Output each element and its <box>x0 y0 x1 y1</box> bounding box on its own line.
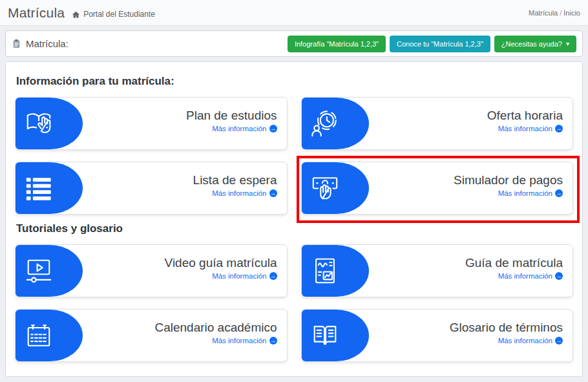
card-calendario-academico[interactable]: Calendario académicoMás información→ <box>15 309 288 362</box>
link-label: Más información <box>498 189 552 197</box>
mas-informacion-link[interactable]: Más información→ <box>212 125 277 133</box>
card-title: Simulador de pagos <box>454 173 563 187</box>
arrow-circle-icon: → <box>555 272 563 280</box>
card-body: Calendario académicoMás información→ <box>83 310 287 361</box>
arrow-circle-icon: → <box>269 272 277 280</box>
card-title: Video guía matrícula <box>165 256 277 270</box>
card-oferta-horaria[interactable]: Oferta horariaMás información→ <box>301 97 574 150</box>
card-guia-de-matricula[interactable]: Guía de matrículaMás información→ <box>301 244 574 297</box>
mas-informacion-link[interactable]: Más información→ <box>498 337 563 345</box>
card-body: Guía de matrículaMás información→ <box>369 245 573 297</box>
card-title: Lista de espera <box>193 173 277 187</box>
card-lista-de-espera[interactable]: Lista de esperaMás información→ <box>15 162 288 215</box>
link-label: Más información <box>498 337 552 345</box>
calendar-icon <box>16 310 83 361</box>
money-hand-icon <box>302 162 369 214</box>
breadcrumb-current: Inicio <box>563 9 580 17</box>
card-title: Calendario académico <box>154 321 277 335</box>
mas-informacion-link[interactable]: Más información→ <box>498 272 563 280</box>
arrow-circle-icon: → <box>555 125 563 133</box>
workspace: Matrícula: Infografía "Matrícula 1,2,3"C… <box>0 26 588 382</box>
matricula-toolbar: Matrícula: Infografía "Matrícula 1,2,3"C… <box>5 30 583 57</box>
card-wrap: Glosario de términosMás información→ <box>301 309 574 362</box>
card-wrap: Simulador de pagosMás información→ <box>301 162 574 215</box>
breadcrumb-page[interactable]: Matrícula <box>529 9 558 17</box>
breadcrumb-separator: / <box>560 9 562 17</box>
card-title: Guía de matrícula <box>465 256 563 270</box>
arrow-circle-icon: → <box>269 189 277 197</box>
page-title: Matrícula <box>8 5 65 21</box>
arrow-circle-icon: → <box>269 337 277 345</box>
clipboard-icon <box>12 39 21 48</box>
section-heading: Información para tu matrícula: <box>16 75 572 88</box>
mas-informacion-link[interactable]: Más información→ <box>212 272 277 280</box>
card-body: Lista de esperaMás información→ <box>83 162 287 214</box>
card-body: Video guía matrículaMás información→ <box>83 245 287 297</box>
main-panel: Información para tu matrícula: Plan de e… <box>5 61 583 377</box>
button-label: Conoce tu "Matrícula 1,2,3" <box>397 40 483 48</box>
card-title: Oferta horaria <box>487 109 563 123</box>
mas-informacion-link[interactable]: Más información→ <box>498 189 563 197</box>
mas-informacion-link[interactable]: Más información→ <box>498 125 563 133</box>
home-icon <box>72 10 80 19</box>
document-chart-icon <box>302 245 369 297</box>
portal-subtitle-label: Portal del Estudiante <box>83 10 155 19</box>
link-label: Más información <box>498 125 552 133</box>
card-title: Glosario de términos <box>450 321 563 335</box>
card-grid: Video guía matrículaMás información→ Guí… <box>15 244 573 362</box>
card-wrap: Oferta horariaMás información→ <box>301 97 574 150</box>
card-wrap: Video guía matrículaMás información→ <box>15 244 288 297</box>
toolbar-buttons: Infografía "Matrícula 1,2,3"Conoce tu "M… <box>288 36 576 52</box>
card-grid: Plan de estudiosMás información→ Oferta … <box>15 97 573 215</box>
section-heading: Tutoriales y glosario <box>16 222 572 235</box>
breadcrumb: Matrícula/Inicio <box>529 9 580 17</box>
infografia-button[interactable]: Infografía "Matrícula 1,2,3" <box>288 36 386 52</box>
arrow-circle-icon: → <box>555 337 563 345</box>
arrow-circle-icon: → <box>555 189 563 197</box>
toolbar-label-group: Matrícula: <box>12 38 68 49</box>
necesitas-ayuda-button[interactable]: ¿Necesitas ayuda?▾ <box>494 36 576 52</box>
card-wrap: Guía de matrículaMás información→ <box>301 244 574 297</box>
link-label: Más información <box>212 125 266 133</box>
card-body: Plan de estudiosMás información→ <box>83 98 287 149</box>
card-wrap: Plan de estudiosMás información→ <box>15 97 288 150</box>
card-title: Plan de estudios <box>186 109 277 123</box>
card-plan-de-estudios[interactable]: Plan de estudiosMás información→ <box>15 97 288 150</box>
book-hand-icon <box>16 98 83 149</box>
card-glosario-de-terminos[interactable]: Glosario de términosMás información→ <box>301 309 574 362</box>
app-header: Matrícula Portal del Estudiante Matrícul… <box>0 0 588 26</box>
arrow-circle-icon: → <box>269 125 277 133</box>
list-icon <box>16 162 83 214</box>
button-label: Infografía "Matrícula 1,2,3" <box>295 40 379 48</box>
toolbar-label: Matrícula: <box>26 38 68 49</box>
portal-subtitle: Portal del Estudiante <box>72 6 155 19</box>
card-simulador-de-pagos[interactable]: Simulador de pagosMás información→ <box>301 162 574 215</box>
conoce-tu-matricula-button[interactable]: Conoce tu "Matrícula 1,2,3" <box>390 36 490 52</box>
button-label: ¿Necesitas ayuda? <box>501 40 562 48</box>
card-body: Oferta horariaMás información→ <box>369 98 573 149</box>
mas-informacion-link[interactable]: Más información→ <box>212 189 277 197</box>
clock-person-icon <box>302 98 369 149</box>
card-wrap: Lista de esperaMás información→ <box>15 162 288 215</box>
card-video-guia-matricula[interactable]: Video guía matrículaMás información→ <box>15 244 288 297</box>
card-wrap: Calendario académicoMás información→ <box>15 309 288 362</box>
card-body: Glosario de términosMás información→ <box>369 310 573 361</box>
link-label: Más información <box>498 272 552 280</box>
chevron-down-icon: ▾ <box>566 41 569 47</box>
open-book-icon <box>302 310 369 361</box>
video-player-icon <box>16 245 83 297</box>
mas-informacion-link[interactable]: Más información→ <box>212 337 277 345</box>
link-label: Más información <box>212 337 266 345</box>
card-body: Simulador de pagosMás información→ <box>369 162 573 214</box>
link-label: Más información <box>212 189 266 197</box>
link-label: Más información <box>212 272 266 280</box>
